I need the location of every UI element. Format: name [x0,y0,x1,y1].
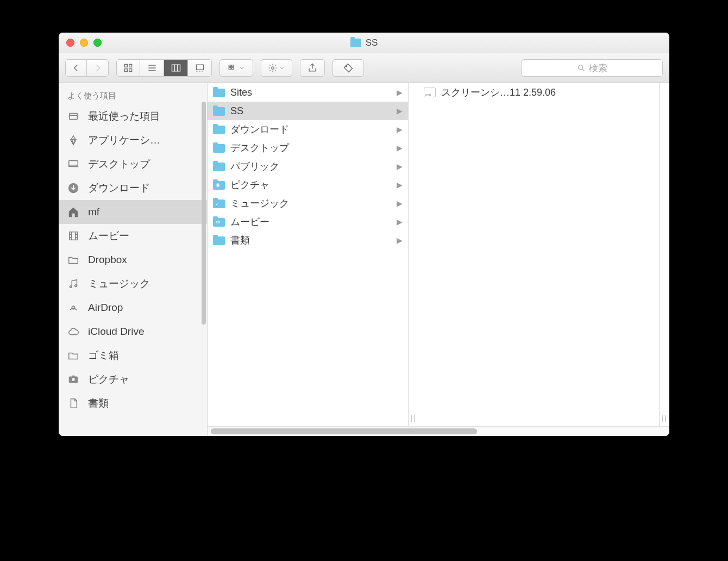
columns-icon [171,63,181,73]
folder-label: Sites [230,87,252,98]
gallery-view-button[interactable] [188,59,212,77]
svg-point-19 [346,66,347,67]
back-button[interactable] [65,59,87,77]
share-icon [307,63,318,73]
svg-rect-2 [124,69,127,72]
sidebar-item[interactable]: 書類 [59,391,207,415]
forward-button[interactable] [87,59,109,77]
chevron-right-icon: ▶ [397,144,403,152]
music-icon [66,278,80,290]
toolbar: 検索 [59,53,669,83]
svg-rect-16 [232,65,234,67]
column-resize-handle[interactable]: || [660,83,669,426]
zoom-button[interactable] [93,39,102,47]
file-label: スクリーンシ…11 2.59.06 [441,86,556,99]
svg-rect-17 [232,67,234,69]
tag-icon [343,63,354,73]
icon-view-button[interactable] [116,59,140,77]
chevron-down-icon [239,63,245,73]
sidebar-item-label: ムービー [88,229,129,243]
tags-button[interactable] [332,59,364,77]
list-icon [147,63,158,73]
column-browser: Sites▶SS▶ダウンロード▶デスクトップ▶パブリック▶◉ピクチャ▶♪ミュージ… [208,83,669,436]
sidebar-item-label: ピクチャ [88,372,129,387]
pictures-icon [66,373,80,385]
folder-row[interactable]: ♪ミュージック▶ [208,194,408,213]
sidebar-item[interactable]: AirDrop [59,296,207,320]
desktop-icon [66,158,80,170]
folder-icon: ♪ [213,198,225,208]
folder-row[interactable]: ダウンロード▶ [208,120,408,139]
folder-icon [350,39,361,47]
svg-rect-0 [124,64,127,67]
sidebar-item[interactable]: ピクチャ [59,367,207,391]
home-icon [66,206,80,218]
sidebar-item[interactable]: ゴミ箱 [59,344,207,367]
folder-label: ピクチャ [230,178,269,191]
close-button[interactable] [66,39,74,47]
svg-point-40 [72,378,75,381]
sidebar-item[interactable]: ムービー [59,224,207,248]
arrange-button[interactable] [219,59,253,77]
chevron-right-icon: ▶ [397,199,403,208]
action-button[interactable] [261,59,292,77]
folder-row[interactable]: 書類▶ [208,231,408,250]
sidebar-item[interactable]: ミュージック [59,272,207,296]
grid-icon [123,63,134,73]
sidebar-item[interactable]: デスクトップ [59,152,207,176]
sidebar-item[interactable]: mf [59,200,207,224]
svg-rect-7 [172,65,180,71]
recents-icon [66,110,80,122]
sidebar-item-label: 書類 [88,396,109,410]
folder-row[interactable]: パブリック▶ [208,157,408,176]
sidebar-item-label: AirDrop [88,302,123,314]
chevron-right-icon: ▶ [397,107,403,115]
chevron-right-icon: ▶ [397,88,403,97]
folder-row[interactable]: ▭ムービー▶ [208,213,408,231]
folder-row[interactable]: Sites▶ [208,83,408,102]
folder-row[interactable]: デスクトップ▶ [208,139,408,157]
horizontal-scrollbar[interactable] [208,426,669,436]
column-resize-handle[interactable]: || [409,83,418,426]
folder-icon [213,88,225,97]
sidebar: よく使う項目 最近使った項目アプリケーシ…デスクトップダウンロードmfムービーD… [59,83,208,436]
downloads-icon [66,182,80,194]
sidebar-item-label: mf [88,206,99,218]
folder-icon [213,161,225,171]
svg-point-20 [579,65,583,70]
folder-icon [66,254,80,266]
folder-label: ミュージック [230,197,289,210]
sidebar-item[interactable]: 最近使った項目 [59,104,207,128]
svg-point-37 [75,285,77,287]
sidebar-item[interactable]: Dropbox [59,248,207,272]
folder-row[interactable]: ◉ピクチャ▶ [208,176,408,194]
sidebar-item[interactable]: iCloud Drive [59,320,207,344]
window-title: SS [59,38,669,48]
share-button[interactable] [300,59,325,77]
folder-icon: ▭ [213,217,225,227]
sidebar-scrollbar[interactable] [202,102,206,325]
chevron-right-icon: ▶ [397,236,403,245]
sidebar-item-label: 最近使った項目 [88,109,160,123]
chevron-right-icon: ▶ [397,180,403,189]
folder-icon [213,235,225,245]
titlebar[interactable]: SS [59,33,669,53]
svg-rect-41 [72,376,75,377]
sidebar-item[interactable]: ダウンロード [59,176,207,200]
sidebar-item-label: アプリケーシ… [88,133,160,147]
folder-label: デスクトップ [230,141,289,154]
scrollbar-thumb[interactable] [211,428,477,434]
search-input[interactable]: 検索 [522,59,663,77]
file-row[interactable]: スクリーンシ…11 2.59.06 [418,83,659,102]
list-view-button[interactable] [140,59,164,77]
folder-row[interactable]: SS▶ [208,102,408,120]
sidebar-section-header: よく使う項目 [59,83,207,104]
minimize-button[interactable] [80,39,88,47]
finder-window: SS [59,33,669,436]
icloud-icon [66,326,80,338]
apps-icon [66,134,80,146]
column-view-button[interactable] [164,59,188,77]
sidebar-item[interactable]: アプリケーシ… [59,128,207,152]
chevron-left-icon [71,63,81,73]
folder-icon [213,124,225,134]
